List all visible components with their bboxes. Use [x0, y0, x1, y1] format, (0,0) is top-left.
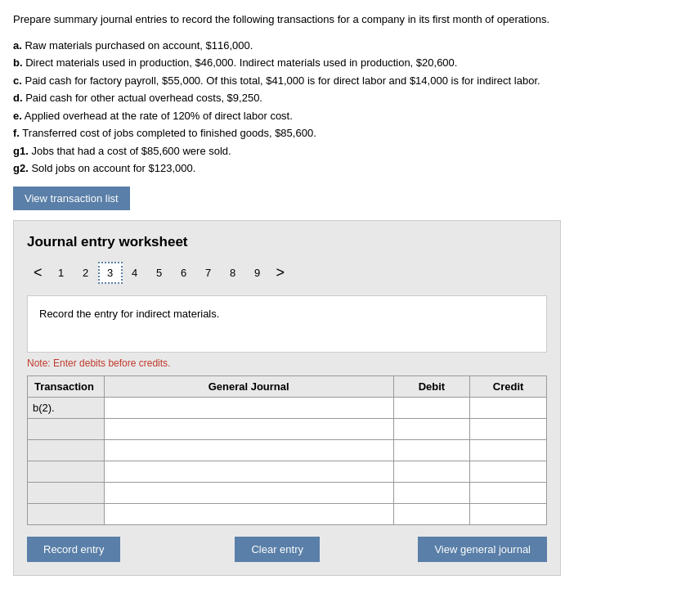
- nav-num-3[interactable]: 3: [98, 262, 123, 284]
- col-header-debit: Debit: [393, 375, 470, 397]
- gj-cell-1[interactable]: [104, 397, 393, 418]
- debit-input-3[interactable]: [394, 440, 470, 461]
- gj-input-2[interactable]: [105, 419, 393, 439]
- nav-prev-button[interactable]: <: [27, 263, 49, 283]
- table-row: [28, 482, 547, 503]
- table-row: [28, 439, 547, 461]
- table-row: [28, 461, 547, 482]
- debit-cell-5[interactable]: [393, 482, 470, 503]
- table-row: b(2).: [28, 397, 547, 418]
- worksheet-title: Journal entry worksheet: [27, 234, 547, 250]
- view-general-journal-button[interactable]: View general journal: [418, 537, 547, 562]
- label-a: a.: [13, 39, 22, 52]
- nav-num-9[interactable]: 9: [245, 263, 270, 282]
- col-header-transaction: Transaction: [28, 375, 105, 397]
- worksheet-container: Journal entry worksheet < 1 2 3 4 5 6 7 …: [13, 220, 561, 576]
- text-d: Paid cash for other actual overhead cost…: [25, 92, 262, 104]
- nav-row: < 1 2 3 4 5 6 7 8 9 >: [27, 262, 547, 284]
- button-row: Record entry Clear entry View general jo…: [27, 537, 547, 562]
- text-g2: Sold jobs on account for $123,000.: [31, 162, 195, 174]
- gj-input-1[interactable]: [105, 398, 393, 418]
- gj-cell-2[interactable]: [104, 418, 393, 439]
- gj-input-6[interactable]: [105, 504, 393, 524]
- nav-num-2[interactable]: 2: [74, 263, 98, 282]
- clear-entry-button[interactable]: Clear entry: [235, 537, 320, 562]
- transaction-cell-2: [28, 418, 105, 439]
- gj-input-5[interactable]: [105, 483, 393, 503]
- debit-cell-6[interactable]: [393, 503, 470, 524]
- debit-input-6[interactable]: [394, 504, 470, 524]
- nav-num-4[interactable]: 4: [123, 263, 147, 282]
- label-g2: g2.: [13, 162, 29, 174]
- text-f: Transferred cost of jobs completed to fi…: [22, 127, 316, 139]
- label-b: b.: [13, 56, 23, 69]
- credit-cell-1[interactable]: [470, 397, 547, 418]
- credit-input-6[interactable]: [470, 504, 546, 524]
- record-entry-button[interactable]: Record entry: [27, 537, 120, 562]
- nav-num-7[interactable]: 7: [196, 263, 221, 282]
- view-transaction-button[interactable]: View transaction list: [13, 187, 130, 210]
- label-g1: g1.: [13, 145, 29, 157]
- gj-input-4[interactable]: [105, 461, 393, 482]
- transaction-cell-6: [28, 503, 105, 524]
- text-a: Raw materials purchased on account, $116…: [25, 39, 253, 52]
- debit-cell-2[interactable]: [393, 418, 470, 439]
- debit-cell-3[interactable]: [393, 439, 470, 461]
- credit-cell-5[interactable]: [470, 482, 547, 503]
- text-c: Paid cash for factory payroll, $55,000. …: [25, 74, 540, 87]
- credit-cell-4[interactable]: [470, 461, 547, 482]
- text-g1: Jobs that had a cost of $85,600 were sol…: [31, 145, 231, 157]
- debit-cell-4[interactable]: [393, 461, 470, 482]
- col-header-credit: Credit: [470, 375, 547, 397]
- intro-section: Prepare summary journal entries to recor…: [13, 11, 664, 177]
- label-f: f.: [13, 127, 20, 139]
- debit-input-4[interactable]: [394, 461, 470, 482]
- label-c: c.: [13, 74, 22, 87]
- label-d: d.: [13, 92, 23, 104]
- debit-input-1[interactable]: [394, 398, 470, 418]
- credit-input-5[interactable]: [470, 483, 546, 503]
- credit-input-4[interactable]: [470, 461, 546, 482]
- gj-cell-6[interactable]: [104, 503, 393, 524]
- nav-num-5[interactable]: 5: [147, 263, 172, 282]
- credit-input-3[interactable]: [470, 440, 546, 461]
- note-text: Note: Enter debits before credits.: [27, 357, 547, 369]
- nav-num-6[interactable]: 6: [172, 263, 196, 282]
- nav-next-button[interactable]: >: [270, 263, 292, 283]
- credit-input-1[interactable]: [470, 398, 546, 418]
- instruction-box: Record the entry for indirect materials.: [27, 295, 547, 353]
- journal-table: Transaction General Journal Debit Credit…: [27, 375, 547, 525]
- gj-cell-3[interactable]: [104, 439, 393, 461]
- gj-input-3[interactable]: [105, 440, 393, 461]
- credit-cell-2[interactable]: [470, 418, 547, 439]
- debit-input-2[interactable]: [394, 419, 470, 439]
- gj-cell-5[interactable]: [104, 482, 393, 503]
- transaction-cell-5: [28, 482, 105, 503]
- credit-cell-6[interactable]: [470, 503, 547, 524]
- label-e: e.: [13, 110, 22, 122]
- gj-cell-4[interactable]: [104, 461, 393, 482]
- transaction-cell-3: [28, 439, 105, 461]
- nav-num-1[interactable]: 1: [49, 263, 74, 282]
- table-row: [28, 418, 547, 439]
- instruction-text: Record the entry for indirect materials.: [39, 308, 219, 320]
- intro-header: Prepare summary journal entries to recor…: [13, 11, 664, 28]
- text-e: Applied overhead at the rate of 120% of …: [25, 110, 293, 122]
- col-header-gj: General Journal: [104, 375, 393, 397]
- table-row: [28, 503, 547, 524]
- text-b: Direct materials used in production, $46…: [25, 56, 457, 69]
- debit-cell-1[interactable]: [393, 397, 470, 418]
- debit-input-5[interactable]: [394, 483, 470, 503]
- credit-input-2[interactable]: [470, 419, 546, 439]
- transaction-cell-1: b(2).: [28, 397, 105, 418]
- credit-cell-3[interactable]: [470, 439, 547, 461]
- intro-list: a. Raw materials purchased on account, $…: [13, 38, 664, 177]
- transaction-cell-4: [28, 461, 105, 482]
- nav-num-8[interactable]: 8: [221, 263, 245, 282]
